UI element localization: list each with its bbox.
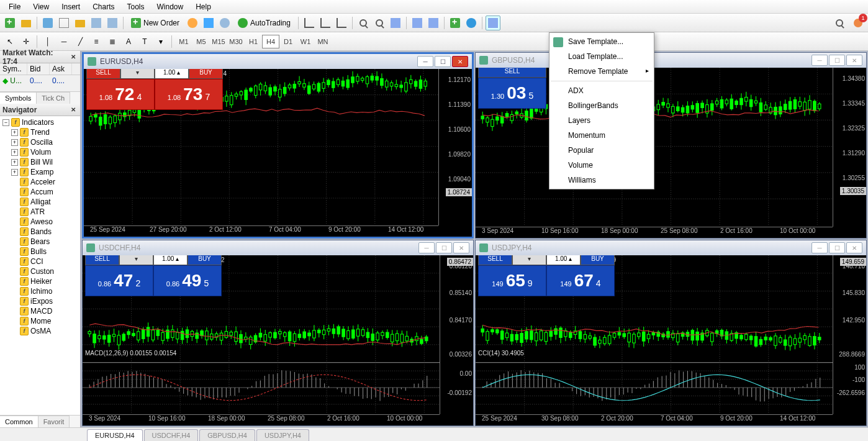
buy-label[interactable]: BUY [188, 255, 222, 265]
cursor-button[interactable]: ↖ [2, 34, 17, 49]
maximize-button[interactable]: ☐ [829, 55, 845, 66]
buy-label[interactable]: BUY [581, 255, 615, 265]
chart-titlebar[interactable]: USDJPY,H4 ─ ☐ ✕ [476, 240, 866, 255]
dd-preset-williams[interactable]: Williams [549, 173, 654, 188]
menu-insert[interactable]: Insert [55, 1, 86, 12]
collapse-icon[interactable]: − [2, 119, 9, 126]
candle-chart-button[interactable] [318, 16, 333, 30]
sell-box[interactable]: 1.08724 [86, 79, 155, 110]
volume-input[interactable]: 1.00 ▴ [546, 255, 581, 265]
chart-window-eurusd-h4[interactable]: EURUSD,H4 ─ ☐ ✕ ▲ EURUSD,H4 1.08884 1.08… [82, 52, 474, 239]
dd-preset-popular[interactable]: Popular [549, 143, 654, 158]
new-order-button[interactable]: New Order [127, 16, 184, 30]
chart-canvas[interactable]: ▲ USDJPY,H4 149.443 149.739 149.200 149.… [476, 255, 866, 425]
templates-button[interactable] [486, 16, 500, 30]
menu-view[interactable]: View [27, 1, 55, 12]
nav-item-bulls[interactable]: fBulls [1, 247, 79, 257]
close-button[interactable]: ✕ [846, 242, 862, 253]
expand-icon[interactable]: + [11, 139, 18, 146]
expand-icon[interactable]: + [11, 169, 18, 176]
dd-remove-template[interactable]: Remove Template [549, 64, 654, 79]
buy-label[interactable]: BUY [189, 69, 223, 79]
close-button[interactable]: ✕ [452, 56, 468, 67]
sell-label[interactable]: SELL [478, 255, 512, 265]
search-button[interactable] [832, 16, 847, 30]
fibonacci-button[interactable]: ≣ [105, 34, 120, 49]
crosshair-button[interactable]: ✛ [19, 34, 34, 49]
nav-item-billwil[interactable]: +fBill Wil [1, 157, 79, 167]
buy-box[interactable]: 149674 [546, 265, 615, 296]
buy-box[interactable]: 1.08737 [155, 79, 223, 110]
dd-preset-adx[interactable]: ADX [549, 83, 654, 98]
periodicity-button[interactable] [464, 16, 479, 30]
nav-item-aweso[interactable]: fAweso [1, 217, 79, 227]
nav-item-custon[interactable]: fCuston [1, 266, 79, 276]
menu-tools[interactable]: Tools [121, 1, 151, 12]
maximize-button[interactable]: ☐ [436, 242, 452, 253]
data-window-toggle[interactable] [57, 16, 71, 30]
terminal-toggle[interactable] [89, 16, 104, 30]
nav-item-iexpos[interactable]: fiExpos [1, 296, 79, 306]
profiles-button[interactable] [19, 16, 34, 30]
expand-icon[interactable]: + [11, 129, 18, 136]
chart-tab-gbpusd-h4[interactable]: GBPUSD,H4 [199, 429, 255, 441]
timeframe-m1[interactable]: M1 [175, 35, 192, 48]
minimize-button[interactable]: ─ [417, 56, 433, 67]
nav-item-atr[interactable]: fATR [1, 207, 79, 217]
chart-canvas[interactable]: ▲ EURUSD,H4 1.08884 1.08970 1.08709 1.08… [84, 69, 472, 237]
nav-item-bears[interactable]: fBears [1, 237, 79, 247]
expand-icon[interactable]: + [11, 149, 18, 156]
nav-item-osma[interactable]: fOsMA [1, 326, 79, 336]
menu-help[interactable]: Help [189, 1, 217, 12]
market-watch-toggle[interactable] [40, 16, 55, 30]
dd-load-template[interactable]: Load Template... [549, 49, 654, 64]
sell-box[interactable]: 1.30035 [478, 78, 546, 109]
minimize-button[interactable]: ─ [418, 242, 435, 253]
chart-titlebar[interactable]: USDCHF,H4 ─ ☐ ✕ [83, 240, 473, 255]
trendline-button[interactable]: ╱ [73, 34, 88, 49]
auto-trading-button[interactable]: AutoTrading [233, 16, 295, 30]
chart-canvas[interactable]: ▲ USDCHF,H4 0.86311 0.86557 0.86233 0.86… [83, 255, 473, 425]
chart-tab-eurusd-h4[interactable]: EURUSD,H4 [87, 429, 143, 441]
timeframe-d1[interactable]: D1 [279, 35, 297, 48]
zoom-out-button[interactable] [372, 16, 387, 30]
volume-input[interactable]: 1.00 ▴ [155, 69, 189, 79]
new-chart-button[interactable] [2, 16, 17, 30]
chart-titlebar[interactable]: GBPUSD,H4 ─ ☐ ✕ [476, 53, 866, 68]
chart-canvas[interactable]: ▲ GBPUSD,H4 1.3014 SELL 1.30035 [476, 68, 866, 238]
maximize-button[interactable]: ☐ [435, 56, 451, 67]
col-ask[interactable]: Ask [50, 63, 72, 75]
tab-tick-chart[interactable]: Tick Ch [37, 92, 70, 104]
sell-box[interactable]: 0.86472 [85, 265, 153, 296]
text-button[interactable]: A [121, 34, 136, 49]
tree-root-indicators[interactable]: − f Indicators [1, 117, 79, 127]
nav-item-volum[interactable]: +fVolum [1, 147, 79, 157]
chart-window-gbpusd-h4[interactable]: GBPUSD,H4 ─ ☐ ✕ ▲ GBPUSD,H4 1.3014 SELL … [475, 52, 867, 239]
expand-icon[interactable]: + [11, 159, 18, 166]
nav-item-alligat[interactable]: fAlligat [1, 197, 79, 207]
dd-preset-layers[interactable]: Layers [549, 113, 654, 128]
text-label-button[interactable]: T [137, 34, 152, 49]
meta-editor-button[interactable] [185, 16, 200, 30]
timeframe-w1[interactable]: W1 [297, 35, 314, 48]
tile-windows-button[interactable] [388, 16, 403, 30]
options-button[interactable] [201, 16, 216, 30]
arrows-button[interactable]: ▾ [153, 34, 168, 49]
sell-label[interactable]: SELL [86, 69, 120, 79]
menu-charts[interactable]: Charts [86, 1, 120, 12]
chart-shift-button[interactable] [426, 16, 441, 30]
dd-save-template[interactable]: Save Template... [549, 34, 654, 49]
nav-item-macd[interactable]: fMACD [1, 306, 79, 316]
nav-item-acceler[interactable]: fAcceler [1, 177, 79, 187]
nav-item-ichimo[interactable]: fIchimo [1, 286, 79, 296]
nav-item-heiker[interactable]: fHeiker [1, 276, 79, 286]
strategy-tester-toggle[interactable] [105, 16, 120, 30]
indicators-button[interactable] [448, 16, 463, 30]
col-bid[interactable]: Bid [27, 63, 50, 75]
close-button[interactable]: ✕ [846, 55, 862, 66]
timeframe-h1[interactable]: H1 [245, 35, 262, 48]
timeframe-m5[interactable]: M5 [192, 35, 210, 48]
timeframe-m15[interactable]: M15 [210, 35, 227, 48]
chart-window-usdchf-h4[interactable]: USDCHF,H4 ─ ☐ ✕ ▲ USDCHF,H4 0.86311 0.86… [82, 240, 474, 426]
tab-symbols[interactable]: Symbols [0, 92, 37, 104]
